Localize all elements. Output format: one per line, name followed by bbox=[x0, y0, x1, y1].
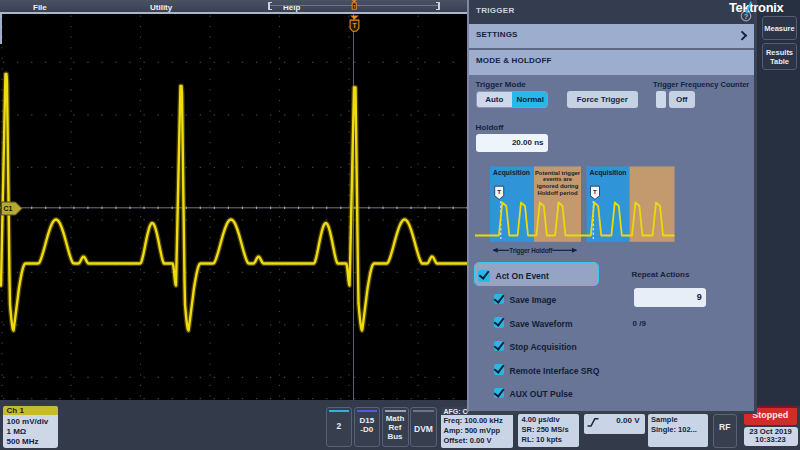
svg-text:T: T bbox=[497, 188, 501, 195]
svg-text:T: T bbox=[352, 22, 356, 29]
svg-text:Trigger Holdoff: Trigger Holdoff bbox=[509, 247, 553, 255]
svg-text:T: T bbox=[353, 4, 356, 9]
svg-text:ignored during: ignored during bbox=[537, 183, 579, 189]
svg-text:Acquisition: Acquisition bbox=[590, 169, 627, 177]
svg-text:C1: C1 bbox=[4, 205, 13, 212]
svg-text:Holdoff period: Holdoff period bbox=[537, 190, 578, 196]
svg-text:Acquisition: Acquisition bbox=[493, 169, 530, 177]
svg-text:T: T bbox=[593, 188, 597, 195]
svg-text:Potential trigger: Potential trigger bbox=[535, 170, 581, 176]
svg-text:events are: events are bbox=[543, 176, 573, 182]
